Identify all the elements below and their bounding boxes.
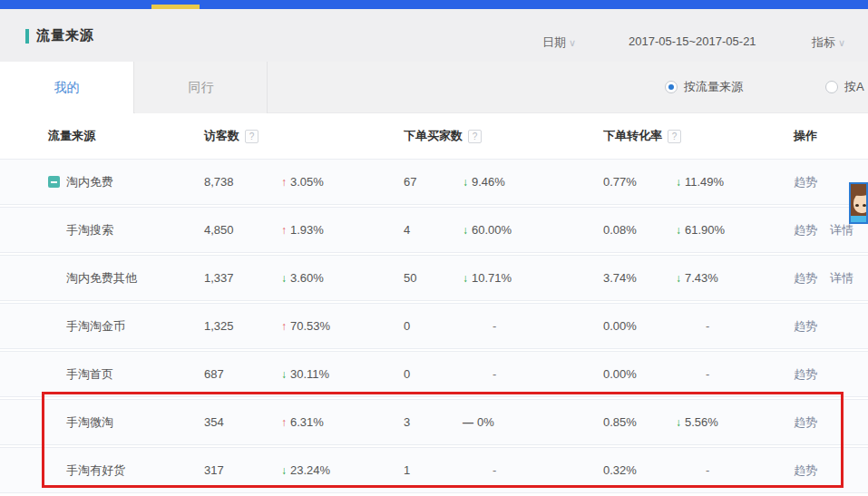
help-icon[interactable]: ? <box>468 130 482 143</box>
trend-link[interactable]: 趋势 <box>794 270 817 287</box>
visitors-value: 317 <box>204 463 281 477</box>
actions-cell: 趋势 <box>794 318 868 335</box>
source-name: 手淘淘金币 <box>66 318 125 335</box>
visitors-change: ↓23.24% <box>281 463 404 477</box>
view-mode-radio-group: 按流量来源 按A <box>0 62 868 113</box>
visitors-change: ↑1.93% <box>281 223 404 237</box>
conversion-change: ↓11.49% <box>676 175 794 189</box>
actions-cell: 趋势 <box>794 366 868 383</box>
metric-dropdown[interactable]: 指标∨ <box>812 34 845 51</box>
trend-link[interactable]: 趋势 <box>794 462 817 479</box>
table-row[interactable]: 手淘搜索 4,850 ↑1.93% 4 ↓60.00% 0.08% ↓61.90… <box>0 207 868 253</box>
source-name: 手淘微淘 <box>66 414 113 431</box>
change-value: 9.46% <box>472 175 505 189</box>
chevron-down-icon: ∨ <box>569 37 576 48</box>
trend-link[interactable]: 趋势 <box>794 318 817 335</box>
source-name-cell: 手淘微淘 <box>0 414 204 431</box>
source-name: 手淘有好货 <box>66 462 125 479</box>
buyers-value: 0 <box>404 367 463 381</box>
source-name-cell: 淘内免费 <box>0 174 204 190</box>
source-name: 淘内免费其他 <box>66 270 137 287</box>
arrow-down-icon: ↓ <box>463 176 468 189</box>
table-body: 淘内免费 8,738 ↑3.05% 67 ↓9.46% 0.77% ↓11.49… <box>0 159 868 493</box>
actions-cell: 趋势 <box>794 414 868 431</box>
table-row[interactable]: 淘内免费 8,738 ↑3.05% 67 ↓9.46% 0.77% ↓11.49… <box>0 159 868 205</box>
panel-header: 流量来源 日期∨ 2017-05-15~2017-05-21 指标∨ <box>0 9 868 62</box>
buyers-value: 4 <box>404 223 463 237</box>
title-accent-bar <box>25 29 29 44</box>
conversion-change: ↓7.43% <box>676 271 794 285</box>
top-nav-bar <box>0 0 868 9</box>
actions-cell: 趋势 <box>794 462 868 479</box>
trend-link[interactable]: 趋势 <box>794 222 817 238</box>
buyers-change: - <box>463 319 603 333</box>
arrow-up-icon: ↑ <box>281 224 287 237</box>
table-row[interactable]: 手淘有好货 317 ↓23.24% 1 - 0.32% - 趋势 <box>0 447 868 493</box>
conversion-value: 0.32% <box>603 463 676 477</box>
buyers-value: 67 <box>404 175 463 189</box>
buyers-value: 50 <box>404 271 463 285</box>
change-value: 30.11% <box>290 367 329 381</box>
conversion-value: 0.85% <box>603 415 676 429</box>
visitors-change: ↑6.31% <box>281 415 404 429</box>
actions-cell: 趋势详情 <box>794 222 868 238</box>
visitors-change: ↑3.05% <box>281 175 404 189</box>
source-name-cell: 手淘有好货 <box>0 462 204 479</box>
change-value: 3.60% <box>290 271 324 285</box>
change-value: 61.90% <box>685 223 725 237</box>
radio-by-a[interactable]: 按A <box>825 79 864 95</box>
conversion-value: 3.74% <box>603 271 676 285</box>
visitors-value: 354 <box>204 415 281 429</box>
buyers-value: 1 <box>404 463 463 477</box>
col-header-visitors: 访客数? <box>204 128 404 144</box>
trend-link[interactable]: 趋势 <box>794 414 817 431</box>
help-icon[interactable]: ? <box>668 130 681 143</box>
col-header-buyers: 下单买家数? <box>404 128 603 144</box>
trend-link[interactable]: 趋势 <box>794 174 817 190</box>
visitors-change: ↑70.53% <box>281 319 404 333</box>
source-name: 淘内免费 <box>66 174 113 190</box>
change-value: 1.93% <box>290 223 324 237</box>
detail-link[interactable]: 详情 <box>830 222 853 238</box>
collapse-toggle-icon[interactable] <box>48 176 60 188</box>
date-dropdown[interactable]: 日期∨ <box>542 34 576 51</box>
arrow-down-icon: ↓ <box>281 368 287 381</box>
conversion-value: 0.00% <box>603 319 676 333</box>
change-value: 3.05% <box>290 175 324 189</box>
visitors-value: 4,850 <box>204 223 281 237</box>
change-value: 5.56% <box>685 415 718 429</box>
customer-service-avatar[interactable] <box>849 182 868 224</box>
col-header-conversion: 下单转化率? <box>603 128 794 144</box>
visitors-value: 8,738 <box>204 175 281 189</box>
table-row[interactable]: 淘内免费其他 1,337 ↓3.60% 50 ↓10.71% 3.74% ↓7.… <box>0 255 868 301</box>
traffic-table: 流量来源 访客数? 下单买家数? 下单转化率? 操作 淘内免费 8,738 ↑3… <box>0 113 868 495</box>
source-name-cell: 手淘搜索 <box>0 222 204 238</box>
radio-unselected-icon <box>825 81 838 93</box>
detail-link[interactable]: 详情 <box>830 270 853 287</box>
arrow-up-icon: ↑ <box>281 416 287 429</box>
visitors-value: 1,325 <box>204 319 281 333</box>
table-row[interactable]: 手淘首页 687 ↓30.11% 0 - 0.00% - 趋势 <box>0 351 868 397</box>
change-value: 11.49% <box>685 175 724 189</box>
buyers-change: ↓10.71% <box>463 271 603 285</box>
page-title: 流量来源 <box>36 27 94 44</box>
buyers-change: ↓60.00% <box>463 223 603 237</box>
arrow-down-icon: ↓ <box>676 272 681 285</box>
radio-by-traffic-source[interactable]: 按流量来源 <box>665 79 743 95</box>
arrow-down-icon: ↓ <box>676 176 681 189</box>
conversion-change: - <box>676 463 794 477</box>
arrow-down-icon: ↓ <box>463 272 468 285</box>
change-value: 0% <box>477 415 494 429</box>
table-row[interactable]: 手淘淘金币 1,325 ↑70.53% 0 - 0.00% - 趋势 <box>0 303 868 349</box>
table-row[interactable]: 手淘微淘 354 ↑6.31% 3 —0% 0.85% ↓5.56% 趋势 <box>0 399 868 445</box>
change-value: 10.71% <box>472 271 512 285</box>
change-value: 70.53% <box>290 319 330 333</box>
conversion-change: ↓5.56% <box>676 415 794 429</box>
visitors-change: ↓30.11% <box>281 367 404 381</box>
conversion-value: 0.08% <box>603 223 676 237</box>
arrow-down-icon: ↓ <box>676 416 681 429</box>
buyers-change: - <box>463 463 603 477</box>
chevron-down-icon: ∨ <box>838 37 845 48</box>
trend-link[interactable]: 趋势 <box>794 366 817 383</box>
help-icon[interactable]: ? <box>245 130 258 143</box>
